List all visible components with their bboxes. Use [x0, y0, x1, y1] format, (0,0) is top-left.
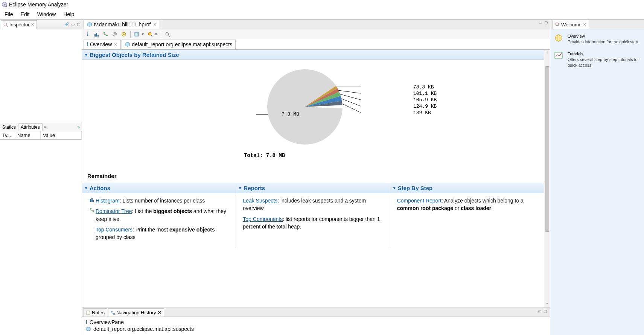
bottom-tabs: Notes Navigation History ✕ ▭ ▢ [82, 308, 550, 317]
link-icon[interactable]: 🔗 [64, 22, 70, 26]
dropdown-icon[interactable]: ▼ [154, 32, 158, 36]
link-topconsumers[interactable]: Top Consumers [96, 227, 132, 233]
inspector-tab[interactable]: Inspector ✕ [1, 20, 37, 29]
dropdown-icon[interactable]: ▼ [141, 32, 145, 36]
svg-rect-31 [93, 210, 94, 212]
close-icon[interactable]: ✕ [583, 22, 586, 27]
svg-line-37 [558, 25, 559, 26]
close-icon[interactable]: ✕ [31, 22, 34, 27]
svg-text:Q: Q [114, 33, 116, 36]
maximize-icon[interactable]: ▢ [544, 20, 548, 24]
search-icon[interactable] [164, 31, 171, 38]
separator [130, 31, 131, 38]
section-stepbystep[interactable]: Step By Step [390, 183, 544, 193]
step-component-report: Component Report: Analyze objects which … [397, 197, 537, 212]
link-dominator[interactable]: Dominator Tree [96, 208, 132, 214]
notes-icon [86, 311, 91, 315]
svg-rect-6 [94, 34, 96, 37]
welcome-tutorials[interactable]: Tutorials Offers several step-by-step tu… [554, 52, 640, 68]
chart-icon [554, 52, 565, 60]
link-top-components[interactable]: Top Components [243, 216, 283, 222]
overflow-indicator[interactable]: »₂ [44, 125, 48, 129]
close-icon[interactable]: ✕ [153, 22, 157, 27]
overview-body[interactable]: Biggest Objects by Retained Size [82, 50, 550, 308]
report-leak: Leak Suspects: includes leak suspects an… [243, 197, 383, 212]
inspector-tabbar: Inspector ✕ 🔗 ▭ ▢ [0, 20, 82, 29]
inspector-controls: 🔗 ▭ ▢ [64, 22, 82, 26]
tab-notes[interactable]: Notes [84, 308, 107, 317]
attr-tab-row: Statics Attributes »₂ ⤡ [0, 123, 82, 131]
welcome-tab[interactable]: Welcome ✕ [553, 20, 589, 29]
scroll-thumb[interactable] [545, 66, 549, 232]
tab-overview-label: Overview [90, 41, 112, 47]
workbench: Inspector ✕ 🔗 ▭ ▢ Statics Attributes »₂ … [0, 20, 644, 335]
minimize-icon[interactable]: ▭ [70, 22, 75, 26]
slice-label-3: 105.9 KB [413, 97, 437, 103]
minimize-icon[interactable]: ▭ [537, 309, 542, 313]
svg-rect-29 [93, 200, 94, 202]
close-icon[interactable]: ✕ [114, 42, 117, 47]
menu-help[interactable]: Help [59, 10, 78, 19]
menu-edit[interactable]: Edit [17, 10, 33, 19]
tab-attributes[interactable]: Attributes [18, 123, 43, 131]
link-component-report[interactable]: Component Report [397, 198, 442, 204]
history-icon [111, 311, 115, 315]
menubar: File Edit Window Help [0, 9, 644, 20]
svg-rect-30 [90, 208, 91, 209]
link-leak-suspects[interactable]: Leak Suspects [243, 198, 277, 204]
tab-statics[interactable]: Statics [0, 124, 18, 131]
thread-icon[interactable] [120, 31, 127, 38]
scroll-up-icon[interactable]: ˄ [544, 50, 550, 56]
tab-navigation-history[interactable]: Navigation History ✕ [108, 308, 164, 317]
svg-rect-7 [96, 33, 97, 37]
svg-line-23 [340, 94, 361, 100]
close-icon[interactable]: ✕ [157, 310, 161, 315]
tab-overview[interactable]: i Overview ✕ [84, 40, 121, 49]
heap-file-icon [87, 22, 92, 27]
action-histogram: Histogram: Lists number of instances per… [89, 197, 229, 204]
scroll-down-icon[interactable]: ˅ [544, 302, 550, 308]
section-reports[interactable]: Reports [236, 183, 390, 193]
pie-chart: 78.8 KB 101.1 KB 105.9 KB 124.9 KB 139 K… [82, 60, 550, 169]
section-biggest-objects[interactable]: Biggest Objects by Retained Size [82, 50, 544, 60]
titlebar: Eclipse Memory Analyzer [0, 0, 644, 9]
oql-icon[interactable]: Q [111, 31, 118, 38]
maximize-icon[interactable]: ▢ [543, 309, 548, 313]
svg-rect-15 [135, 32, 139, 36]
remainder-label: Remainder [82, 169, 550, 183]
nav-history-body: i OverviewPane default_report org.eclips… [82, 317, 550, 335]
minimize-icon[interactable]: ▭ [538, 20, 543, 24]
info-icon[interactable]: i [84, 31, 91, 38]
maximize-icon[interactable]: ▢ [76, 22, 81, 26]
tree-icon[interactable] [102, 31, 109, 38]
editor-tab-hprof[interactable]: tv.danmaku.bili111.hprof ✕ [84, 20, 160, 29]
svg-rect-28 [91, 198, 93, 202]
welcome-overview[interactable]: Overview Provides information for the qu… [554, 34, 640, 45]
nav-row-report[interactable]: default_report org.eclipse.mat.api:suspe… [86, 326, 546, 332]
svg-rect-41 [555, 52, 562, 58]
link-histogram[interactable]: Histogram [96, 198, 120, 204]
histogram-icon [90, 197, 95, 202]
center-column: tv.danmaku.bili111.hprof ✕ ▭ ▢ i Q ▼ ▼ [82, 20, 550, 335]
section-actions[interactable]: Actions [82, 183, 236, 193]
run-report-icon[interactable] [134, 31, 140, 38]
three-columns: Actions Histogram: Lists number of insta… [82, 183, 544, 248]
scrollbar[interactable]: ˄ ˅ [544, 50, 550, 308]
menu-window[interactable]: Window [33, 10, 60, 19]
nav-row-overview[interactable]: i OverviewPane [86, 319, 546, 325]
col-type[interactable]: Ty... [0, 131, 15, 139]
restore-icon[interactable]: ⤡ [77, 125, 80, 129]
query-icon[interactable] [147, 31, 154, 38]
histogram-icon[interactable] [93, 31, 100, 38]
tab-default-report-label: default_report org.eclipse.mat.api:suspe… [132, 41, 232, 47]
col-value[interactable]: Value [41, 131, 82, 139]
report-icon [86, 326, 91, 332]
tab-default-report[interactable]: default_report org.eclipse.mat.api:suspe… [122, 40, 236, 49]
info-icon: i [87, 41, 88, 47]
welcome-overview-desc: Provides information for the quick start… [568, 39, 639, 45]
actions-body: Histogram: Lists number of instances per… [82, 193, 236, 248]
welcome-body: Overview Provides information for the qu… [550, 29, 644, 79]
editor-controls: ▭ ▢ [538, 20, 548, 24]
col-name[interactable]: Name [15, 131, 41, 139]
menu-file[interactable]: File [1, 10, 17, 19]
